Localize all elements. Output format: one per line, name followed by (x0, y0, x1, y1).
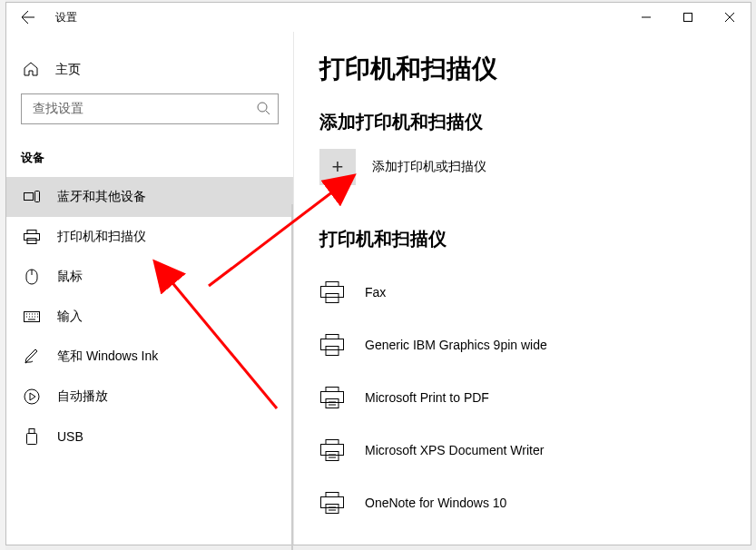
svg-rect-24 (326, 493, 339, 497)
sidebar-nav: 蓝牙和其他设备 打印机和扫描仪 鼠标 (6, 177, 293, 457)
sidebar-item-label: 输入 (57, 309, 83, 325)
maximize-icon (683, 13, 692, 22)
sidebar-item-label: 打印机和扫描仪 (57, 229, 146, 245)
search-placeholder: 查找设置 (33, 101, 83, 117)
home-nav[interactable]: 主页 (6, 52, 293, 88)
svg-rect-12 (326, 282, 339, 287)
sidebar: 主页 查找设置 设备 蓝牙和其他设备 (6, 32, 293, 545)
sidebar-item-label: 自动播放 (57, 388, 108, 405)
window-body: 主页 查找设置 设备 蓝牙和其他设备 (6, 32, 751, 545)
svg-rect-21 (326, 440, 339, 445)
sidebar-item-typing[interactable]: 输入 (6, 297, 293, 337)
minimize-button[interactable] (625, 3, 667, 32)
sidebar-scrollbar[interactable] (291, 204, 293, 550)
printer-device-icon (319, 492, 345, 514)
autoplay-icon (23, 388, 41, 405)
svg-rect-4 (27, 231, 36, 234)
search-icon (256, 101, 270, 118)
printer-device-icon (319, 387, 345, 408)
fax-icon (319, 281, 345, 303)
sidebar-item-bluetooth[interactable]: 蓝牙和其他设备 (6, 177, 293, 217)
add-printer-label: 添加打印机或扫描仪 (372, 159, 486, 175)
printer-item[interactable]: Microsoft Print to PDF (319, 371, 751, 424)
back-button[interactable] (14, 3, 43, 32)
mouse-icon (23, 269, 41, 285)
add-printer-row[interactable]: + 添加打印机或扫描仪 (319, 149, 751, 185)
svg-rect-14 (326, 294, 339, 303)
sidebar-item-label: 蓝牙和其他设备 (57, 189, 146, 205)
sidebar-item-label: 笔和 Windows Ink (57, 349, 158, 365)
sidebar-item-pen[interactable]: 笔和 Windows Ink (6, 337, 293, 377)
printer-icon (23, 230, 41, 244)
printer-item[interactable]: Fax (319, 266, 751, 319)
svg-rect-25 (321, 497, 344, 508)
svg-point-9 (25, 389, 39, 404)
sidebar-item-usb[interactable]: USB (6, 417, 293, 457)
printer-name: Generic IBM Graphics 9pin wide (365, 338, 547, 352)
printer-device-icon (319, 334, 345, 356)
svg-rect-13 (321, 287, 344, 298)
search-input[interactable]: 查找设置 (21, 93, 279, 124)
add-section-heading: 添加打印机和扫描仪 (319, 110, 751, 134)
printer-item[interactable]: Microsoft XPS Document Writer (319, 424, 751, 476)
add-printer-button[interactable]: + (319, 149, 356, 185)
printer-list: Fax Generic IBM Graphics 9pin wide Micro… (319, 266, 751, 545)
svg-rect-17 (326, 347, 339, 356)
svg-rect-10 (29, 429, 34, 434)
sidebar-item-autoplay[interactable]: 自动播放 (6, 377, 293, 417)
arrow-left-icon (21, 10, 35, 25)
svg-rect-3 (35, 192, 40, 202)
window-title: 设置 (55, 10, 77, 25)
sidebar-item-printers[interactable]: 打印机和扫描仪 (6, 217, 293, 257)
home-icon (23, 61, 39, 80)
title-bar: 设置 (6, 3, 751, 32)
sidebar-item-label: USB (57, 429, 83, 444)
printers-section-heading: 打印机和扫描仪 (319, 227, 751, 251)
window-controls (625, 3, 751, 32)
pen-icon (23, 349, 41, 365)
printer-item[interactable]: OneNote for Windows 10 (319, 476, 751, 529)
svg-rect-5 (25, 234, 40, 241)
svg-rect-11 (27, 434, 37, 445)
printer-name: OneNote for Windows 10 (365, 496, 506, 510)
svg-rect-2 (25, 193, 34, 201)
printer-item[interactable]: Generic IBM Graphics 9pin wide (319, 319, 751, 371)
svg-rect-15 (326, 335, 339, 339)
keyboard-icon (23, 311, 41, 322)
page-title: 打印机和扫描仪 (319, 52, 751, 86)
svg-rect-0 (684, 14, 692, 22)
minimize-icon (642, 13, 651, 22)
svg-rect-20 (326, 399, 339, 408)
close-button[interactable] (709, 3, 751, 32)
printer-item[interactable]: 导出为WPS PDF (319, 529, 751, 545)
svg-rect-19 (321, 392, 344, 403)
sidebar-item-label: 鼠标 (57, 269, 83, 285)
printer-name: Microsoft XPS Document Writer (365, 443, 544, 457)
sidebar-section-label: 设备 (6, 124, 293, 177)
home-label: 主页 (55, 62, 81, 78)
printer-name: Fax (365, 285, 386, 300)
plus-icon: + (332, 155, 344, 179)
svg-rect-23 (326, 452, 339, 461)
svg-rect-22 (321, 445, 344, 456)
svg-rect-18 (326, 388, 339, 392)
svg-rect-6 (27, 239, 36, 244)
devices-icon (23, 191, 41, 203)
printer-device-icon (319, 439, 345, 461)
svg-rect-26 (326, 505, 339, 514)
main-content: 打印机和扫描仪 添加打印机和扫描仪 + 添加打印机或扫描仪 打印机和扫描仪 Fa… (293, 32, 751, 545)
svg-rect-16 (321, 339, 344, 350)
maximize-button[interactable] (667, 3, 709, 32)
sidebar-item-mouse[interactable]: 鼠标 (6, 257, 293, 297)
close-icon (725, 13, 734, 22)
svg-point-1 (258, 103, 267, 112)
usb-icon (23, 428, 41, 445)
printer-name: Microsoft Print to PDF (365, 390, 489, 405)
settings-window: 设置 主页 查找设置 (5, 2, 751, 545)
